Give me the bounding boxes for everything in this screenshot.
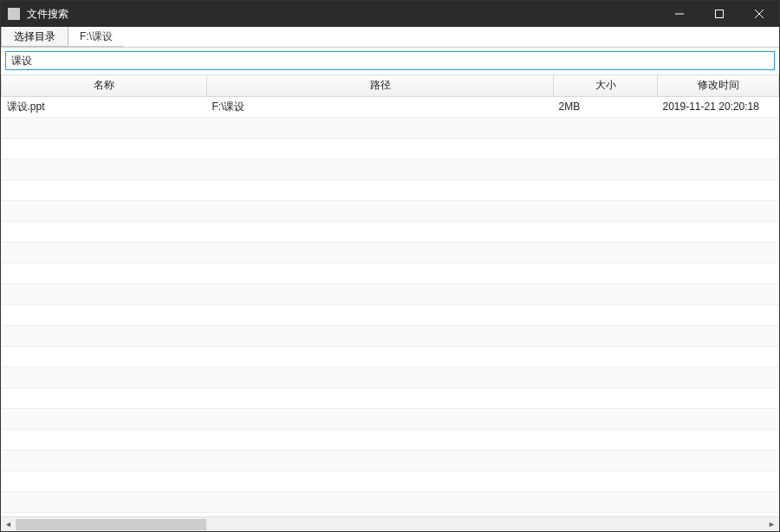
table-row-empty bbox=[2, 450, 779, 470]
cell-empty bbox=[2, 429, 207, 450]
cell-empty bbox=[2, 283, 207, 304]
cell-empty bbox=[207, 304, 554, 325]
results-table-wrapper[interactable]: 名称 路径 大小 修改时间 课设.pptF:\课设2MB2019-11-21 2… bbox=[1, 75, 779, 516]
cell-empty bbox=[658, 159, 779, 179]
horizontal-scrollbar[interactable]: ◄ ► bbox=[1, 516, 779, 531]
cell-empty bbox=[554, 367, 658, 387]
scroll-right-arrow-icon[interactable]: ► bbox=[764, 518, 779, 531]
cell-empty bbox=[554, 117, 658, 138]
cell-empty bbox=[658, 408, 779, 429]
cell-empty bbox=[207, 159, 554, 179]
cell-empty bbox=[554, 200, 658, 221]
cell-empty bbox=[2, 387, 207, 408]
cell-empty bbox=[207, 263, 554, 283]
table-row-empty bbox=[2, 242, 779, 263]
table-row-empty bbox=[2, 408, 779, 429]
cell-empty bbox=[2, 408, 207, 429]
cell-empty bbox=[554, 470, 658, 491]
cell-empty bbox=[207, 450, 554, 470]
close-button[interactable] bbox=[739, 1, 779, 27]
table-row-empty bbox=[2, 470, 779, 491]
titlebar: 文件搜索 bbox=[1, 1, 779, 27]
cell-empty bbox=[554, 408, 658, 429]
column-header-name[interactable]: 名称 bbox=[2, 75, 207, 96]
cell-empty bbox=[658, 200, 779, 221]
table-row-empty bbox=[2, 117, 779, 138]
cell-empty bbox=[554, 179, 658, 200]
scrollbar-thumb[interactable] bbox=[16, 519, 206, 530]
cell-empty bbox=[207, 325, 554, 346]
cell-empty bbox=[658, 470, 779, 491]
cell-empty bbox=[554, 283, 658, 304]
cell-empty bbox=[554, 325, 658, 346]
select-directory-button[interactable]: 选择目录 bbox=[1, 27, 68, 47]
cell-size: 2MB bbox=[554, 96, 658, 117]
cell-empty bbox=[2, 221, 207, 242]
toolbar: 选择目录 F:\课设 bbox=[1, 27, 779, 48]
results-table: 名称 路径 大小 修改时间 课设.pptF:\课设2MB2019-11-21 2… bbox=[1, 75, 779, 513]
maximize-button[interactable] bbox=[699, 1, 739, 27]
cell-empty bbox=[2, 491, 207, 512]
column-header-path[interactable]: 路径 bbox=[207, 75, 554, 96]
cell-empty bbox=[2, 242, 207, 263]
scrollbar-track[interactable] bbox=[16, 518, 764, 531]
cell-empty bbox=[207, 117, 554, 138]
svg-rect-1 bbox=[716, 10, 724, 18]
cell-empty bbox=[207, 283, 554, 304]
results-table-container: 名称 路径 大小 修改时间 课设.pptF:\课设2MB2019-11-21 2… bbox=[1, 75, 779, 531]
cell-empty bbox=[658, 263, 779, 283]
cell-modified: 2019-11-21 20:20:18 bbox=[658, 96, 779, 117]
cell-empty bbox=[207, 491, 554, 512]
cell-empty bbox=[658, 450, 779, 470]
cell-empty bbox=[554, 346, 658, 367]
table-row-empty bbox=[2, 367, 779, 387]
search-area bbox=[1, 48, 779, 75]
table-row-empty bbox=[2, 429, 779, 450]
maximize-icon bbox=[715, 10, 724, 18]
column-header-size[interactable]: 大小 bbox=[554, 75, 658, 96]
table-row-empty bbox=[2, 325, 779, 346]
cell-empty bbox=[2, 304, 207, 325]
cell-path: F:\课设 bbox=[207, 96, 554, 117]
cell-empty bbox=[554, 429, 658, 450]
cell-empty bbox=[554, 159, 658, 179]
cell-empty bbox=[658, 283, 779, 304]
cell-empty bbox=[207, 470, 554, 491]
cell-empty bbox=[207, 408, 554, 429]
table-row-empty bbox=[2, 221, 779, 242]
minimize-button[interactable] bbox=[660, 1, 699, 27]
cell-empty bbox=[207, 346, 554, 367]
cell-empty bbox=[207, 138, 554, 159]
cell-empty bbox=[658, 221, 779, 242]
cell-empty bbox=[2, 263, 207, 283]
table-row-empty bbox=[2, 138, 779, 159]
cell-empty bbox=[658, 325, 779, 346]
cell-empty bbox=[2, 325, 207, 346]
minimize-icon bbox=[675, 10, 684, 18]
cell-empty bbox=[658, 387, 779, 408]
table-row-empty bbox=[2, 387, 779, 408]
cell-empty bbox=[554, 387, 658, 408]
cell-empty bbox=[2, 200, 207, 221]
cell-empty bbox=[554, 221, 658, 242]
cell-empty bbox=[658, 491, 779, 512]
cell-empty bbox=[207, 429, 554, 450]
table-row-empty bbox=[2, 159, 779, 179]
cell-empty bbox=[658, 304, 779, 325]
table-row[interactable]: 课设.pptF:\课设2MB2019-11-21 20:20:18 bbox=[2, 96, 779, 117]
table-row-empty bbox=[2, 304, 779, 325]
table-row-empty bbox=[2, 491, 779, 512]
scroll-left-arrow-icon[interactable]: ◄ bbox=[1, 518, 16, 531]
cell-empty bbox=[658, 429, 779, 450]
cell-name: 课设.ppt bbox=[2, 96, 207, 117]
column-header-modified[interactable]: 修改时间 bbox=[658, 75, 779, 96]
cell-empty bbox=[554, 263, 658, 283]
table-row-empty bbox=[2, 346, 779, 367]
table-header-row: 名称 路径 大小 修改时间 bbox=[2, 75, 779, 96]
cell-empty bbox=[658, 117, 779, 138]
cell-empty bbox=[2, 367, 207, 387]
search-input[interactable] bbox=[5, 51, 775, 70]
cell-empty bbox=[207, 179, 554, 200]
table-row-empty bbox=[2, 283, 779, 304]
cell-empty bbox=[207, 221, 554, 242]
